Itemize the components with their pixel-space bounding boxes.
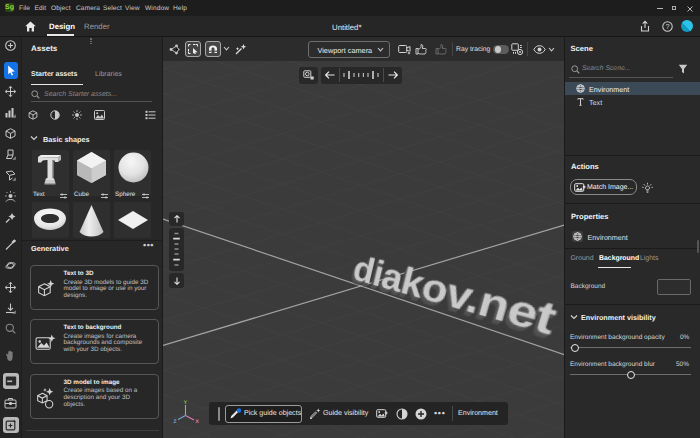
svg-text:Z: Z — [174, 419, 177, 425]
svg-text:?: ? — [665, 22, 669, 30]
svg-text:Y: Y — [184, 400, 188, 406]
svg-text:X: X — [196, 419, 200, 425]
